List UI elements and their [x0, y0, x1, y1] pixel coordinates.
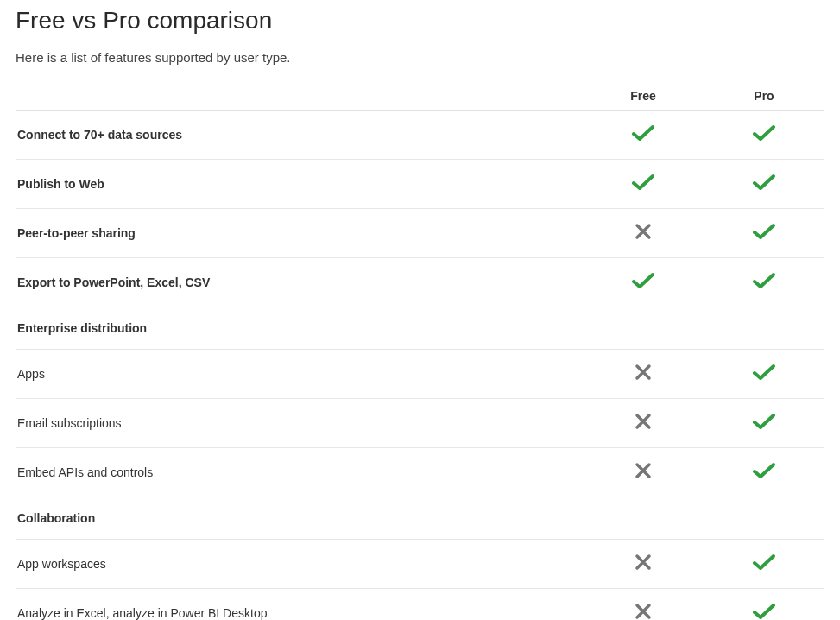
- check-icon: [632, 124, 654, 142]
- pro-cell: [704, 399, 824, 448]
- feature-label: Export to PowerPoint, Excel, CSV: [16, 258, 583, 307]
- free-cell: [583, 448, 704, 497]
- table-row: Email subscriptions: [16, 399, 824, 448]
- feature-label: Email subscriptions: [16, 399, 583, 448]
- table-row: Peer-to-peer sharing: [16, 209, 824, 258]
- free-cell: [583, 258, 704, 307]
- table-row: App workspaces: [16, 540, 824, 589]
- free-cell: [583, 589, 704, 621]
- table-row: Embed APIs and controls: [16, 448, 824, 497]
- table-row: Enterprise distribution: [16, 307, 824, 350]
- page-subtitle: Here is a list of features supported by …: [16, 50, 824, 65]
- check-icon: [632, 272, 654, 289]
- feature-label: Peer-to-peer sharing: [16, 209, 583, 258]
- table-row: Analyze in Excel, analyze in Power BI De…: [16, 589, 824, 621]
- cross-icon: [635, 603, 652, 620]
- check-icon: [632, 174, 654, 191]
- free-cell: [583, 540, 704, 589]
- free-cell: [583, 160, 704, 209]
- free-cell: [583, 350, 704, 399]
- table-row: Connect to 70+ data sources: [16, 111, 824, 160]
- feature-label: App workspaces: [16, 540, 583, 589]
- column-header-free: Free: [583, 80, 704, 111]
- pro-cell: [704, 448, 824, 497]
- pro-cell: [704, 589, 824, 621]
- feature-label: Embed APIs and controls: [16, 448, 583, 497]
- comparison-table: Free Pro Connect to 70+ data sourcesPubl…: [16, 80, 824, 620]
- pro-cell: [704, 540, 824, 589]
- feature-label: Publish to Web: [16, 160, 583, 209]
- cross-icon: [635, 554, 652, 571]
- feature-label: Connect to 70+ data sources: [16, 111, 583, 160]
- free-cell: [583, 497, 704, 540]
- pro-cell: [704, 307, 824, 350]
- table-row: Apps: [16, 350, 824, 399]
- free-cell: [583, 307, 704, 350]
- page-title: Free vs Pro comparison: [16, 7, 824, 35]
- feature-label: Collaboration: [16, 497, 583, 540]
- feature-label: Analyze in Excel, analyze in Power BI De…: [16, 589, 583, 621]
- cross-icon: [635, 223, 652, 240]
- pro-cell: [704, 350, 824, 399]
- pro-cell: [704, 497, 824, 540]
- check-icon: [753, 462, 775, 479]
- cross-icon: [635, 413, 652, 430]
- check-icon: [753, 124, 775, 142]
- check-icon: [753, 413, 775, 430]
- table-row: Publish to Web: [16, 160, 824, 209]
- check-icon: [753, 603, 775, 620]
- free-cell: [583, 111, 704, 160]
- pro-cell: [704, 258, 824, 307]
- feature-label: Apps: [16, 350, 583, 399]
- check-icon: [753, 174, 775, 191]
- check-icon: [753, 223, 775, 240]
- check-icon: [753, 364, 775, 381]
- table-row: Collaboration: [16, 497, 824, 540]
- table-row: Export to PowerPoint, Excel, CSV: [16, 258, 824, 307]
- pro-cell: [704, 111, 824, 160]
- column-header-feature: [16, 80, 583, 111]
- check-icon: [753, 272, 775, 289]
- pro-cell: [704, 160, 824, 209]
- cross-icon: [635, 364, 652, 381]
- pro-cell: [704, 209, 824, 258]
- feature-label: Enterprise distribution: [16, 307, 583, 350]
- free-cell: [583, 399, 704, 448]
- check-icon: [753, 554, 775, 571]
- free-cell: [583, 209, 704, 258]
- cross-icon: [635, 462, 652, 479]
- column-header-pro: Pro: [704, 80, 824, 111]
